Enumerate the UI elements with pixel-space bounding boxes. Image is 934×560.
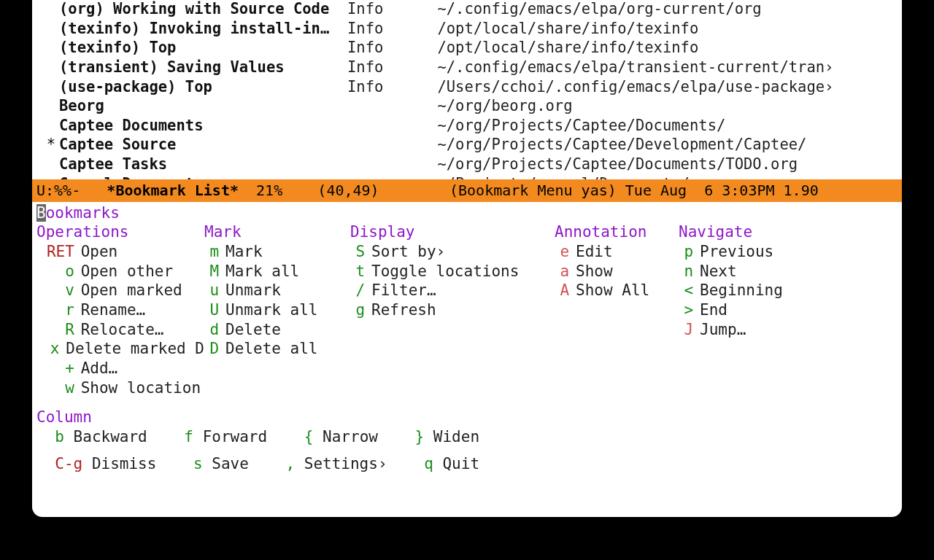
key-label: Show [576, 262, 613, 281]
mode-line: U:%%- *Bookmark List* 21% (40,49) (Bookm… [32, 179, 902, 202]
bookmark-name: Casual Documents [59, 174, 347, 179]
col-navigate: Navigate pPreviousnNext<Beginning>EndJJu… [679, 222, 817, 339]
modeline-buffer-name: *Bookmark List* [107, 182, 239, 199]
key[interactable]: s [193, 455, 203, 472]
key-label: Rename… [81, 300, 146, 320]
key-entry[interactable]: dDelete [204, 320, 350, 340]
key: e [555, 242, 576, 262]
key: x [36, 339, 66, 359]
key-entry[interactable]: eEdit [555, 242, 679, 262]
bookmark-name: (texinfo) Top [59, 38, 347, 58]
key-label: Toggle locations [371, 262, 519, 281]
key-entry[interactable]: JJump… [679, 320, 817, 340]
key: S [350, 242, 371, 262]
bookmark-name: (org) Working with Source Code [59, 0, 347, 19]
key-label: Show All [576, 281, 649, 300]
key-entry[interactable]: aShow [555, 262, 679, 281]
key-label: Save [212, 455, 249, 472]
key-entry[interactable]: DDelete all [204, 339, 350, 359]
key-label: Narrow [323, 428, 378, 446]
key: v [36, 281, 81, 300]
key-entry[interactable]: RETOpen [36, 242, 204, 262]
key-entry[interactable]: /Filter… [350, 281, 555, 300]
key-label: Delete marked D [66, 339, 204, 359]
heading-column: Column [36, 408, 898, 427]
bookmark-row[interactable]: (use-package) Top Info /Users/cchoi/.con… [32, 77, 900, 97]
col-operations: Operations RETOpenoOpen othervOpen marke… [36, 222, 204, 397]
bookmark-file: ~/org/Projects/Captee/Documents/ [347, 116, 725, 136]
modeline-position: (40,49) [317, 182, 379, 199]
key: > [679, 300, 700, 320]
key-entry[interactable]: tToggle locations [350, 262, 555, 281]
key-label: Open marked [81, 281, 182, 300]
key[interactable]: f [184, 428, 193, 446]
key-entry[interactable]: gRefresh [350, 300, 555, 320]
key: g [350, 300, 371, 320]
panel-title: Bookmarks [36, 203, 898, 223]
key-entry[interactable]: oOpen other [36, 262, 204, 281]
bookmark-row[interactable]: Captee Tasks ~/org/Projects/Captee/Docum… [32, 155, 900, 174]
bookmark-row[interactable]: (transient) Saving Values Info ~/.config… [32, 58, 900, 77]
key-label: Next [700, 262, 737, 281]
key: t [350, 262, 371, 281]
bookmark-row[interactable]: *Captee Source ~/org/Projects/Captee/Dev… [32, 135, 900, 155]
bookmark-name: Captee Tasks [59, 155, 347, 174]
key-entry[interactable]: >End [679, 300, 817, 320]
key-entry[interactable]: <Beginning [679, 281, 817, 300]
key[interactable]: } [415, 428, 425, 446]
key-label: Quit [442, 455, 479, 472]
key[interactable]: C-g [55, 455, 82, 472]
key-entry[interactable]: rRename… [36, 300, 204, 320]
bookmark-row[interactable]: Captee Documents ~/org/Projects/Captee/D… [32, 116, 900, 136]
bookmark-row[interactable]: (org) Working with Source Code Info ~/.c… [32, 0, 900, 19]
key: J [679, 320, 700, 340]
key-entry[interactable]: vOpen marked [36, 281, 204, 300]
bookmark-row[interactable]: (texinfo) Top Info /opt/local/share/info… [32, 38, 900, 58]
col-display: Display SSort by›tToggle locations/Filte… [350, 222, 555, 319]
key: r [36, 300, 81, 320]
modeline-load: 1.90 [784, 182, 819, 199]
key-label: Dismiss [92, 455, 157, 472]
key-label: End [700, 300, 727, 320]
bookmark-mark: * [32, 135, 59, 155]
key: A [555, 281, 576, 300]
key-entry[interactable]: mMark [204, 242, 350, 262]
bookmark-file: Info /opt/local/share/info/texinfo [347, 19, 698, 39]
cursor: B [36, 204, 46, 222]
key-label: Edit [576, 242, 613, 262]
key-label: Unmark [225, 281, 281, 300]
key: u [204, 281, 225, 300]
key-entry[interactable]: +Add… [36, 359, 204, 378]
key[interactable]: , [285, 455, 295, 472]
heading-mark: Mark [204, 222, 350, 242]
key-entry[interactable]: pPrevious [679, 242, 817, 262]
key-entry[interactable]: uUnmark [204, 281, 350, 300]
key-entry[interactable]: RRelocate… [36, 320, 204, 340]
key-entry[interactable]: UUnmark all [204, 300, 350, 320]
bookmark-name: (use-package) Top [59, 77, 347, 97]
key-entry[interactable]: AShow All [555, 281, 679, 300]
bookmark-list-buffer[interactable]: (org) Working with Source Code Info ~/.c… [32, 0, 902, 179]
modeline-coding: U:%%- [36, 182, 80, 199]
key-entry[interactable]: wShow location [36, 378, 204, 398]
key-label: Backward [74, 428, 147, 446]
key[interactable]: { [304, 428, 314, 446]
key-entry[interactable]: xDelete marked D [36, 339, 204, 359]
key[interactable]: b [55, 428, 64, 446]
bookmark-name: Captee Documents [59, 116, 347, 136]
key-entry[interactable]: MMark all [204, 262, 350, 281]
bookmark-row[interactable]: (texinfo) Invoking install-in… Info /opt… [32, 19, 900, 39]
footer-row: C-g Dismiss s Save , Settings› q Quit [36, 454, 898, 474]
key-label: Open other [81, 262, 173, 281]
key-label: Settings› [304, 455, 387, 472]
key-label: Mark [225, 242, 263, 262]
modeline-mode: (Bookmark Menu yas) [449, 182, 617, 199]
bookmark-row[interactable]: Casual Documents ~/Projects/casual/Docum… [32, 174, 900, 179]
key-entry[interactable]: SSort by› [350, 242, 555, 262]
bookmark-row[interactable]: Beorg ~/org/beorg.org [32, 96, 900, 116]
bookmark-file: Info ~/.config/emacs/elpa/org-current/or… [347, 0, 762, 19]
col-annotation: Annotation eEditaShowAShow All [555, 222, 679, 300]
key[interactable]: q [424, 455, 433, 472]
key-entry[interactable]: nNext [679, 262, 817, 281]
key: p [679, 242, 700, 262]
